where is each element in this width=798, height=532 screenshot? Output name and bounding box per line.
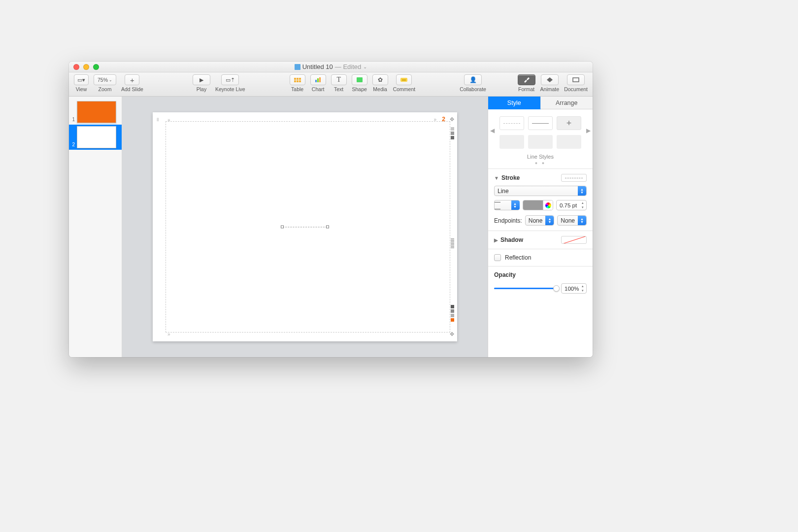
color-picker-button[interactable]: [543, 200, 553, 210]
shadow-header[interactable]: ▶Shadow: [494, 236, 587, 244]
text-button[interactable]: T: [331, 74, 347, 85]
slider-knob[interactable]: [553, 285, 560, 292]
shadow-section: ▶Shadow: [488, 231, 593, 249]
play-label: Play: [197, 86, 206, 92]
document-button[interactable]: [567, 74, 585, 85]
collaborate-button[interactable]: 👤: [464, 74, 482, 85]
slide-thumb-2[interactable]: 2: [69, 125, 122, 150]
keynote-live-button[interactable]: ▭⇡: [221, 74, 239, 85]
play-button[interactable]: ▶: [193, 74, 210, 85]
stroke-color-well[interactable]: [523, 200, 553, 210]
gallery-prev-icon[interactable]: ◀: [490, 127, 495, 134]
select-stepper-icon: ▲▼: [578, 216, 586, 225]
line-style-preset[interactable]: [557, 135, 581, 149]
tab-arrange[interactable]: Arrange: [541, 97, 593, 109]
stepper-icon[interactable]: ▴▾: [580, 284, 586, 293]
play-icon: ▶: [200, 77, 203, 83]
document-rect-icon: [572, 77, 579, 83]
disclosure-triangle-icon: ▶: [494, 237, 498, 243]
opacity-section: Opacity 100% ▴▾: [488, 266, 593, 299]
table-icon: [294, 78, 301, 82]
view-icon: ▭▾: [77, 77, 85, 83]
slide-thumb-1[interactable]: 1: [69, 100, 122, 125]
add-style-button[interactable]: +: [557, 116, 581, 130]
color-wheel-icon: [545, 202, 551, 208]
resize-handle-left[interactable]: [281, 225, 284, 228]
comment-button[interactable]: [396, 74, 412, 85]
line-style-gallery: ◀ ▶ + Line Styles ● ●: [488, 109, 593, 168]
chart-button[interactable]: [310, 74, 326, 85]
shape-label: Shape: [352, 86, 366, 92]
zoom-button[interactable]: 75%⌄: [94, 74, 116, 85]
document-group: Document: [564, 74, 588, 92]
document-name: Untitled 10: [302, 63, 333, 70]
format-button[interactable]: [518, 74, 535, 85]
comment-icon: [400, 78, 407, 82]
media-group: ✿ Media: [372, 74, 388, 92]
shape-button[interactable]: [352, 74, 367, 85]
text-group: T Text: [331, 74, 347, 92]
media-icon: ✿: [378, 76, 383, 83]
document-icon: [295, 64, 300, 70]
solid-line-icon: [532, 123, 549, 124]
chevron-down-icon[interactable]: ⌄: [363, 64, 367, 69]
line-style-preset[interactable]: [528, 135, 553, 149]
paintbrush-icon: [523, 77, 530, 83]
slide-thumbnail: [77, 101, 116, 123]
opacity-field[interactable]: 100% ▴▾: [561, 283, 587, 294]
slide-number: 1: [70, 117, 75, 123]
endpoint-start-select[interactable]: None ▲▼: [525, 215, 555, 226]
stroke-header[interactable]: ▼Stroke: [494, 174, 587, 182]
slide-canvas[interactable]: ⦀ » » 2 ✥ ✥ »: [153, 112, 457, 341]
page-dots: ● ●: [493, 161, 588, 166]
line-style-preset[interactable]: [499, 135, 524, 149]
animate-group: Animate: [540, 74, 560, 92]
stroke-width-field[interactable]: 0.75 pt ▴▾: [556, 200, 587, 210]
add-slide-label: Add Slide: [121, 86, 143, 92]
gallery-label: Line Styles: [493, 154, 588, 160]
format-label: Format: [518, 86, 534, 92]
broadcast-icon: ▭⇡: [226, 77, 235, 83]
svg-rect-0: [573, 78, 579, 82]
slide-thumbnail: [77, 126, 116, 148]
document-status: — Edited: [335, 63, 362, 70]
selected-line-shape[interactable]: [283, 227, 327, 227]
reflection-section: Reflection: [488, 249, 593, 266]
chart-label: Chart: [312, 86, 325, 92]
view-button[interactable]: ▭▾: [74, 74, 89, 85]
collaborate-icon: 👤: [469, 76, 477, 83]
media-label: Media: [373, 86, 387, 92]
tick-markers: [451, 238, 454, 248]
canvas-area[interactable]: ⦀ » » 2 ✥ ✥ »: [122, 97, 488, 357]
add-slide-button[interactable]: +: [125, 74, 139, 85]
line-style-preset[interactable]: [499, 116, 524, 130]
slide-navigator[interactable]: 1 2: [69, 97, 122, 357]
document-label: Document: [564, 86, 588, 92]
format-group: Format: [518, 74, 535, 92]
line-style-preset[interactable]: [528, 116, 553, 130]
tab-style[interactable]: Style: [488, 97, 541, 109]
shape-icon: [357, 77, 363, 82]
opacity-slider[interactable]: [494, 288, 556, 289]
stroke-type-select[interactable]: Line ▲▼: [494, 186, 587, 196]
slide-number: 2: [70, 142, 75, 148]
dashed-line-icon: [503, 123, 520, 124]
stepper-icon[interactable]: ▴▾: [580, 201, 586, 209]
media-button[interactable]: ✿: [372, 74, 388, 85]
gallery-next-icon[interactable]: ▶: [586, 127, 591, 134]
endpoint-end-select[interactable]: None ▲▼: [557, 215, 587, 226]
endpoints-label: Endpoints:: [494, 217, 522, 224]
play-group: ▶ Play: [193, 74, 210, 92]
disclosure-triangle-icon: ▼: [494, 175, 499, 181]
resize-handle-right[interactable]: [326, 225, 329, 228]
table-button[interactable]: [290, 74, 305, 85]
toolbar: ▭▾ View 75%⌄ Zoom + Add Slide ▶ Play ▭⇡ …: [69, 72, 593, 97]
dash-pattern-select[interactable]: — —▲▼: [494, 200, 520, 210]
view-group: ▭▾ View: [74, 74, 89, 92]
shadow-well[interactable]: [561, 236, 587, 244]
collaborate-label: Collaborate: [460, 86, 486, 92]
animate-button[interactable]: [541, 74, 559, 85]
titlebar: Untitled 10 — Edited ⌄: [69, 62, 593, 72]
reflection-checkbox[interactable]: [494, 254, 501, 261]
reflection-label: Reflection: [505, 254, 531, 261]
